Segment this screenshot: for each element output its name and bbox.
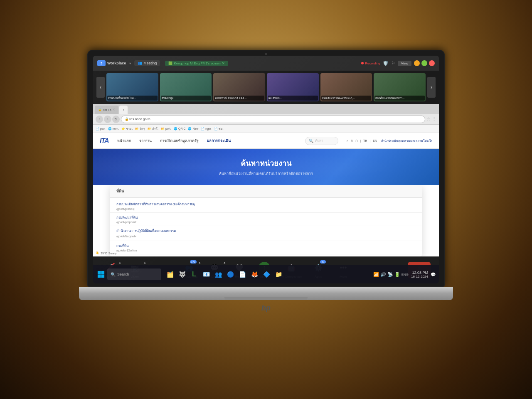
taskbar-notification-icon[interactable]: 💬	[431, 272, 436, 277]
win-controls: — □ ✕	[414, 60, 435, 66]
zoom-meeting-badge: 👥 Meeting	[134, 60, 160, 66]
itas-nav-home[interactable]: หน้าแรก	[117, 138, 131, 144]
result-2-url: /go/eit/pmpom2	[116, 221, 416, 224]
temperature: 29°C	[101, 252, 107, 255]
chat-caret-icon[interactable]: ▲	[223, 261, 226, 264]
windows-start-button[interactable]	[96, 270, 106, 279]
itas-search-box[interactable]: 🔍 ค้นหา	[305, 137, 338, 145]
taskbar-app-files[interactable]: 🗂️	[165, 269, 175, 280]
search-results-panel: ที่ดิน กรมประเมินจัดการที่ดินการเกษตรกรร…	[110, 185, 422, 256]
next-participant-nav[interactable]: ›	[427, 77, 436, 98]
bookmark-2[interactable]: 🌐 nom.	[108, 127, 119, 131]
taskbar-app-pdf[interactable]: 📄	[237, 269, 248, 280]
close-share-icon[interactable]: ✕	[222, 62, 225, 65]
taskbar-app-l[interactable]: L	[189, 269, 200, 280]
browser-more-icon[interactable]: ⋮	[432, 116, 436, 122]
font-large[interactable]: ก	[355, 138, 357, 144]
org-link[interactable]: สำนักประเมินคุณธรรมและความโปร่งใส	[381, 138, 432, 143]
participants-caret-icon[interactable]: ▲	[198, 261, 201, 264]
browser-tab-1[interactable]: 🔒 itar I X ✕	[95, 106, 118, 114]
participant-thumb-1[interactable]: สำนักงานพื้นนาที่จังโขด...	[106, 73, 158, 101]
taskbar-app-mail[interactable]: 📧	[201, 269, 212, 280]
close-button[interactable]: ✕	[429, 60, 435, 66]
bookmark-8[interactable]: 🌐 New	[188, 127, 198, 131]
bookmark-6[interactable]: 📂 port.	[161, 127, 171, 131]
svg-rect-3	[101, 274, 104, 278]
itas-hero-subtitle: ค้นหาชื่อหน่วยงานที่ท่านเคยได้รับบริการห…	[110, 171, 422, 177]
participants-badge: 170	[190, 260, 197, 264]
browser-star-icon[interactable]: ☆	[426, 116, 431, 122]
lang-en[interactable]: EN	[373, 139, 377, 142]
font-medium[interactable]: ก	[351, 138, 353, 143]
lang-th[interactable]: TH	[363, 139, 367, 142]
result-2-name: กรมพัฒนาที่ดิน	[116, 215, 416, 220]
taskbar-pinned-apps: 🗂️ 🐺 L 📧 👥 🔵 📄 🦊 🔷 📁	[165, 269, 284, 280]
itas-nav-results[interactable]: ผลการประเมิน	[207, 138, 231, 144]
itas-nav-data[interactable]: การเปิดเผยข้อมูลภาครัฐ	[160, 138, 199, 144]
search-result-3[interactable]: สำนักงานการปฏิบัติที่ดินเพื่อแกนบตรกรรม …	[110, 226, 422, 241]
prev-participant-nav[interactable]: ‹	[96, 77, 105, 98]
screen-share-icon: 🟩	[168, 62, 172, 65]
taskbar-app-folder[interactable]: 📁	[273, 269, 284, 280]
new-tab-icon: +	[123, 108, 124, 111]
network-icon[interactable]: 📶	[373, 272, 379, 277]
result-3-url: /go/eit/บินgnwtx	[116, 234, 416, 239]
search-result-5[interactable]: กองงานจัดรูปที่ดินเพื่อพัฒนาพื้นที่ /go/…	[110, 254, 422, 256]
zoom-dropdown-icon[interactable]: ▾	[129, 62, 131, 65]
search-result-1[interactable]: กรมประเมินจัดการที่ดินการเกษตรกรรม (องค์…	[110, 200, 422, 213]
itas-nav-reports[interactable]: รายงาน	[139, 138, 152, 144]
browser-tab-new[interactable]: +	[119, 106, 128, 114]
url-text: itas.nacc.go.th	[129, 117, 150, 121]
volume-icon[interactable]: 🔊	[380, 272, 386, 277]
taskbar-app-firefox[interactable]: 🦊	[249, 269, 260, 280]
wifi-icon[interactable]: 📡	[387, 272, 393, 277]
participant-thumb-2[interactable]: ศพต.ลำพูน	[160, 73, 212, 101]
participant-thumb-6[interactable]: สภาที่พลเนาที่ดินแดรสาว...	[374, 73, 426, 101]
participant-thumb-4[interactable]: ผอ.สพบ.8...	[267, 73, 319, 101]
tab-close-icon[interactable]: ✕	[113, 108, 115, 111]
audio-caret-icon[interactable]: ▲	[118, 261, 121, 264]
taskbar-app-chrome[interactable]: 🔷	[261, 269, 272, 280]
browser-refresh-button[interactable]: ↻	[112, 116, 120, 123]
bookmark-4[interactable]: 📂 จัดๆ	[135, 126, 145, 131]
result-1-url: /go/eit/plono4j	[116, 207, 416, 210]
browser-tab-strip: 🔒 itar I X ✕ +	[93, 104, 439, 114]
lang-indicator[interactable]: ENG	[401, 273, 409, 276]
search-result-4[interactable]: กรมที่ดิน /go/eit/v12whtm	[110, 241, 422, 254]
bookmark-5[interactable]: 📂 ลำห้.	[148, 126, 158, 131]
bookmark-9[interactable]: 📄 ngw.	[201, 127, 211, 131]
taskbar-app-teams[interactable]: 👥	[213, 269, 224, 280]
result-4-url: /go/eit/v12whtm	[116, 249, 416, 252]
browser-back-button[interactable]: ‹	[96, 116, 103, 123]
participant-thumb-3[interactable]: นางปาราณี คำปักเกส์ ผอ.ย...	[213, 73, 265, 101]
taskbar-search[interactable]: 🔍 Search	[107, 268, 161, 280]
taskbar-app-defender[interactable]: 🐺	[177, 269, 187, 280]
participant-thumb-5[interactable]: สนย.สีกษาการพัฒนาทักษะกุ...	[320, 73, 372, 101]
search-icon: 🔍	[309, 139, 313, 143]
search-results-list: กรมประเมินจัดการที่ดินการเกษตรกรรม (องค์…	[110, 198, 422, 256]
font-small[interactable]: ก	[347, 138, 348, 143]
meeting-icon: 👥	[138, 61, 142, 65]
browser-toolbar: ‹ › ↻ 🔒 itas.nacc.go.th ☆ ⋮	[93, 114, 439, 125]
minimize-button[interactable]: —	[414, 60, 420, 66]
view-button[interactable]: View	[398, 61, 411, 66]
browser-bookmarks: 📄 pwr. 🌐 nom. ⭐ ชาม. 📂 จัดๆ 📂 ลำห้. 📂 po…	[93, 125, 439, 133]
bookmark-3[interactable]: ⭐ ชาม.	[121, 126, 133, 131]
video-caret-icon[interactable]: ▲	[143, 261, 146, 264]
participant-3-label: นางปาราณี คำปักเกส์ ผอ.ย...	[214, 96, 264, 101]
taskbar-date: 16-12-2024	[411, 275, 428, 278]
zoom-workplace-label: Workplace	[107, 61, 126, 65]
maximize-button[interactable]: □	[421, 60, 427, 66]
bookmark-1[interactable]: 📄 pwr.	[96, 127, 106, 131]
hp-logo: hp	[261, 304, 271, 313]
search-result-2[interactable]: กรมพัฒนาที่ดิน /go/eit/pmpom2	[110, 213, 422, 226]
taskbar-clock: 12:03 PM 16-12-2024	[411, 271, 428, 278]
taskbar-app-edge[interactable]: 🔵	[225, 269, 236, 280]
bookmark-10[interactable]: 📄 ชม.	[214, 126, 224, 131]
browser-forward-button[interactable]: ›	[104, 116, 111, 123]
browser-url-bar[interactable]: 🔒 itas.nacc.go.th	[121, 116, 425, 123]
svg-rect-2	[98, 274, 101, 278]
bookmark-7[interactable]: 🌐 QR C	[174, 127, 185, 131]
participant-4-label: ผอ.สพบ.8...	[268, 96, 318, 101]
battery-icon[interactable]: 🔋	[394, 272, 400, 277]
